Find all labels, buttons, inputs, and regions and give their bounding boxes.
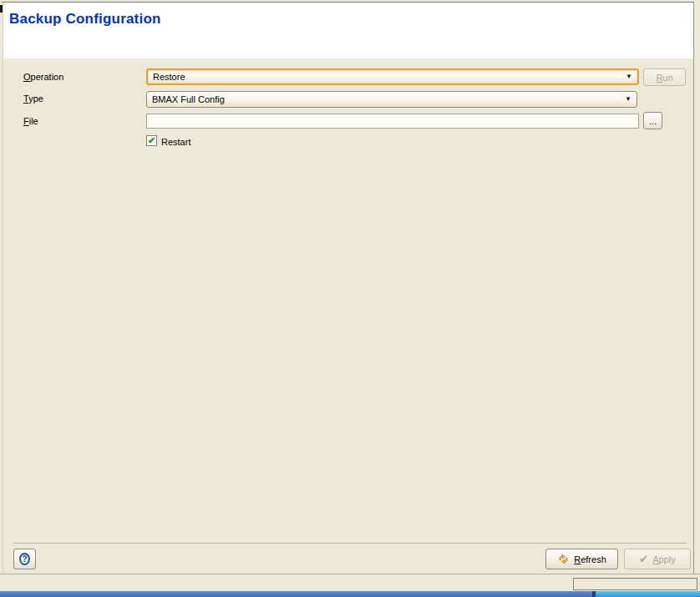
- type-selected-value: BMAX Full Config: [152, 94, 621, 104]
- operation-select[interactable]: Restore ▼: [146, 68, 639, 85]
- operation-label: Operation: [23, 72, 63, 82]
- help-icon: ?: [19, 553, 30, 565]
- type-label-rest: ype: [28, 94, 43, 104]
- title-panel: Backup Configuration: [3, 3, 693, 58]
- refresh-arrows-icon: [557, 553, 570, 565]
- panel-left-border: [3, 3, 3, 574]
- apply-button[interactable]: ✔ Apply: [624, 549, 691, 569]
- file-label: File: [23, 116, 38, 126]
- browse-button[interactable]: ...: [643, 112, 662, 129]
- page-title: Backup Configuration: [9, 11, 161, 28]
- run-button-label: Run: [656, 73, 672, 83]
- panel-right-border: [693, 3, 694, 574]
- apply-button-label: Apply: [652, 554, 676, 564]
- operation-selected-value: Restore: [153, 72, 622, 82]
- operation-label-mnemonic: O: [23, 72, 31, 82]
- run-button[interactable]: Run: [643, 68, 686, 86]
- taskbar-edge-right: [596, 591, 700, 597]
- checkmark-icon: ✔: [639, 554, 648, 564]
- refresh-button-label: Refresh: [574, 554, 606, 564]
- status-progress-box: [573, 578, 697, 590]
- taskbar-edge-left: [0, 591, 592, 597]
- footer-separator: [13, 543, 687, 544]
- file-label-rest: ile: [29, 116, 38, 126]
- chevron-down-icon: ▼: [622, 73, 632, 80]
- refresh-button[interactable]: Refresh: [545, 549, 618, 569]
- restart-checkbox-label: Restart: [161, 137, 190, 147]
- panel-bottom-border: [0, 574, 700, 574]
- help-button[interactable]: ?: [13, 549, 36, 569]
- type-select[interactable]: BMAX Full Config ▼: [146, 91, 637, 108]
- chevron-down-icon: ▼: [621, 96, 632, 103]
- type-label: Type: [23, 94, 43, 104]
- browse-button-label: ...: [649, 116, 657, 126]
- operation-label-rest: peration: [31, 72, 64, 82]
- checkmark-icon: ✔: [148, 136, 155, 145]
- file-input[interactable]: [146, 114, 639, 129]
- restart-checkbox[interactable]: ✔: [146, 135, 157, 146]
- file-label-mnemonic: F: [23, 116, 29, 126]
